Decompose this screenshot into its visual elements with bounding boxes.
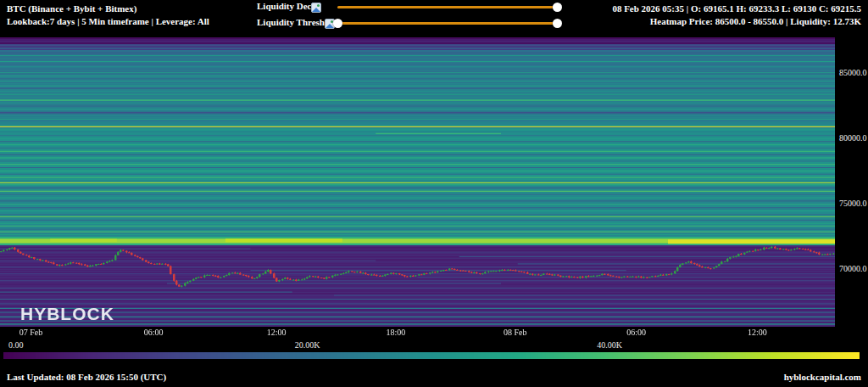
heatmap-chart-canvas[interactable] xyxy=(0,37,835,327)
liquidity-decay-slider[interactable] xyxy=(337,6,559,8)
decay-toggle-icon[interactable] xyxy=(311,3,321,13)
liquidity-decay-thumb[interactable] xyxy=(553,3,562,12)
heatmap-price-readout: Heatmap Price: 86500.0 - 86550.0 | Liqui… xyxy=(612,15,861,28)
footer-bar: Last Updated: 08 Feb 2026 15:50 (UTC) hy… xyxy=(0,368,868,387)
header-right: 08 Feb 2026 05:35 | O: 69165.1 H: 69233.… xyxy=(612,3,861,28)
time-tick-label: 18:00 xyxy=(386,328,405,337)
liquidity-heatmap-app: BTC (Binance + Bybit + Bitmex) Lookback:… xyxy=(0,0,868,387)
time-tick-label: 06:00 xyxy=(626,328,646,337)
last-updated-text: Last Updated: 08 Feb 2026 15:50 (UTC) xyxy=(7,372,166,382)
liquidity-threshold-slider[interactable] xyxy=(337,22,559,25)
price-tick-label: 85000.0 xyxy=(839,68,867,77)
ohlc-readout: 08 Feb 2026 05:35 | O: 69165.1 H: 69233.… xyxy=(612,3,861,15)
site-link-text: hyblockcapital.com xyxy=(784,372,861,382)
symbol-title: BTC (Binance + Bybit + Bitmex) xyxy=(7,3,209,15)
time-tick-label: 12:00 xyxy=(267,328,287,337)
price-tick-label: 75000.0 xyxy=(839,199,867,208)
image-placeholder-dot xyxy=(317,4,320,7)
liquidity-threshold-max-thumb[interactable] xyxy=(553,19,562,28)
time-tick-label: 07 Feb xyxy=(19,328,43,337)
liquidity-colorbar xyxy=(3,352,860,359)
colorbar-tick-label: 0.00 xyxy=(8,340,24,350)
price-tick-label: 80000.0 xyxy=(839,133,867,143)
colorbar-tick-label: 40.00K xyxy=(597,340,622,350)
liquidity-threshold-min-thumb[interactable] xyxy=(333,19,342,28)
time-tick-label: 06:00 xyxy=(144,328,164,337)
header-left: BTC (Binance + Bybit + Bitmex) Lookback:… xyxy=(7,3,209,28)
hyblock-watermark: HYBLOCK xyxy=(20,304,114,324)
time-tick-label: 12:00 xyxy=(748,328,767,337)
colorbar-tick-label: 20.00K xyxy=(295,340,320,350)
image-placeholder-icon xyxy=(312,8,320,12)
heatmap-chart-area[interactable]: HYBLOCK xyxy=(0,37,835,327)
time-tick-label: 08 Feb xyxy=(504,328,527,337)
lookback-settings: Lookback:7 days | 5 Min timeframe | Leve… xyxy=(7,15,209,28)
price-tick-label: 70000.0 xyxy=(839,264,867,273)
